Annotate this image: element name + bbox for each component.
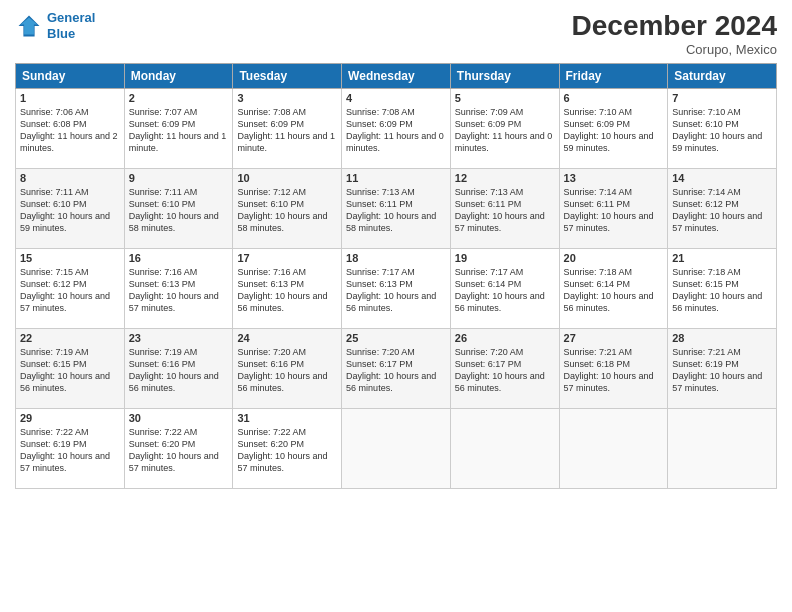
table-row: 27 Sunrise: 7:21 AM Sunset: 6:18 PM Dayl… <box>559 329 668 409</box>
logo-general: General <box>47 10 95 25</box>
day-number: 15 <box>20 252 120 264</box>
table-row: 7 Sunrise: 7:10 AM Sunset: 6:10 PM Dayli… <box>668 89 777 169</box>
logo: General Blue <box>15 10 95 41</box>
daylight-label: Daylight: 10 hours and 57 minutes. <box>564 371 654 393</box>
daylight-label: Daylight: 10 hours and 57 minutes. <box>237 451 327 473</box>
sunrise-label: Sunrise: 7:18 AM <box>672 267 741 277</box>
col-monday: Monday <box>124 64 233 89</box>
table-row: 1 Sunrise: 7:06 AM Sunset: 6:08 PM Dayli… <box>16 89 125 169</box>
table-row: 2 Sunrise: 7:07 AM Sunset: 6:09 PM Dayli… <box>124 89 233 169</box>
day-info: Sunrise: 7:10 AM Sunset: 6:10 PM Dayligh… <box>672 106 772 155</box>
sunrise-label: Sunrise: 7:18 AM <box>564 267 633 277</box>
table-row: 26 Sunrise: 7:20 AM Sunset: 6:17 PM Dayl… <box>450 329 559 409</box>
table-row: 20 Sunrise: 7:18 AM Sunset: 6:14 PM Dayl… <box>559 249 668 329</box>
table-row: 22 Sunrise: 7:19 AM Sunset: 6:15 PM Dayl… <box>16 329 125 409</box>
day-info: Sunrise: 7:14 AM Sunset: 6:11 PM Dayligh… <box>564 186 664 235</box>
sunrise-label: Sunrise: 7:20 AM <box>455 347 524 357</box>
day-info: Sunrise: 7:15 AM Sunset: 6:12 PM Dayligh… <box>20 266 120 315</box>
sunset-label: Sunset: 6:19 PM <box>672 359 739 369</box>
daylight-label: Daylight: 10 hours and 57 minutes. <box>672 211 762 233</box>
day-number: 1 <box>20 92 120 104</box>
day-number: 28 <box>672 332 772 344</box>
table-row <box>668 409 777 489</box>
daylight-label: Daylight: 11 hours and 2 minutes. <box>20 131 118 153</box>
day-info: Sunrise: 7:19 AM Sunset: 6:15 PM Dayligh… <box>20 346 120 395</box>
day-info: Sunrise: 7:20 AM Sunset: 6:17 PM Dayligh… <box>346 346 446 395</box>
table-row: 8 Sunrise: 7:11 AM Sunset: 6:10 PM Dayli… <box>16 169 125 249</box>
day-info: Sunrise: 7:13 AM Sunset: 6:11 PM Dayligh… <box>455 186 555 235</box>
day-info: Sunrise: 7:09 AM Sunset: 6:09 PM Dayligh… <box>455 106 555 155</box>
sunset-label: Sunset: 6:10 PM <box>129 199 196 209</box>
day-info: Sunrise: 7:17 AM Sunset: 6:13 PM Dayligh… <box>346 266 446 315</box>
sunrise-label: Sunrise: 7:16 AM <box>237 267 306 277</box>
col-sunday: Sunday <box>16 64 125 89</box>
sunrise-label: Sunrise: 7:19 AM <box>129 347 198 357</box>
sunset-label: Sunset: 6:19 PM <box>20 439 87 449</box>
sunrise-label: Sunrise: 7:11 AM <box>20 187 89 197</box>
calendar-week-row: 15 Sunrise: 7:15 AM Sunset: 6:12 PM Dayl… <box>16 249 777 329</box>
day-number: 17 <box>237 252 337 264</box>
sunrise-label: Sunrise: 7:21 AM <box>564 347 633 357</box>
logo-blue: Blue <box>47 26 75 41</box>
table-row: 13 Sunrise: 7:14 AM Sunset: 6:11 PM Dayl… <box>559 169 668 249</box>
title-block: December 2024 Corupo, Mexico <box>572 10 777 57</box>
day-number: 2 <box>129 92 229 104</box>
day-number: 29 <box>20 412 120 424</box>
day-number: 4 <box>346 92 446 104</box>
sunrise-label: Sunrise: 7:08 AM <box>346 107 415 117</box>
day-info: Sunrise: 7:13 AM Sunset: 6:11 PM Dayligh… <box>346 186 446 235</box>
col-friday: Friday <box>559 64 668 89</box>
sunset-label: Sunset: 6:12 PM <box>672 199 739 209</box>
day-number: 24 <box>237 332 337 344</box>
day-info: Sunrise: 7:20 AM Sunset: 6:17 PM Dayligh… <box>455 346 555 395</box>
table-row: 28 Sunrise: 7:21 AM Sunset: 6:19 PM Dayl… <box>668 329 777 409</box>
sunrise-label: Sunrise: 7:10 AM <box>564 107 633 117</box>
calendar-table: Sunday Monday Tuesday Wednesday Thursday… <box>15 63 777 489</box>
table-row: 5 Sunrise: 7:09 AM Sunset: 6:09 PM Dayli… <box>450 89 559 169</box>
sunset-label: Sunset: 6:11 PM <box>455 199 522 209</box>
location: Corupo, Mexico <box>572 42 777 57</box>
daylight-label: Daylight: 10 hours and 57 minutes. <box>20 291 110 313</box>
daylight-label: Daylight: 10 hours and 56 minutes. <box>346 291 436 313</box>
sunset-label: Sunset: 6:10 PM <box>672 119 739 129</box>
daylight-label: Daylight: 10 hours and 56 minutes. <box>20 371 110 393</box>
sunrise-label: Sunrise: 7:17 AM <box>455 267 524 277</box>
sunrise-label: Sunrise: 7:22 AM <box>20 427 89 437</box>
day-number: 22 <box>20 332 120 344</box>
sunset-label: Sunset: 6:09 PM <box>129 119 196 129</box>
sunset-label: Sunset: 6:11 PM <box>564 199 631 209</box>
daylight-label: Daylight: 10 hours and 58 minutes. <box>346 211 436 233</box>
table-row: 18 Sunrise: 7:17 AM Sunset: 6:13 PM Dayl… <box>342 249 451 329</box>
day-number: 30 <box>129 412 229 424</box>
daylight-label: Daylight: 11 hours and 1 minute. <box>237 131 335 153</box>
header: General Blue December 2024 Corupo, Mexic… <box>15 10 777 57</box>
day-number: 7 <box>672 92 772 104</box>
sunrise-label: Sunrise: 7:14 AM <box>564 187 633 197</box>
table-row <box>559 409 668 489</box>
sunrise-label: Sunrise: 7:20 AM <box>237 347 306 357</box>
col-tuesday: Tuesday <box>233 64 342 89</box>
daylight-label: Daylight: 11 hours and 1 minute. <box>129 131 227 153</box>
month-title: December 2024 <box>572 10 777 42</box>
day-info: Sunrise: 7:12 AM Sunset: 6:10 PM Dayligh… <box>237 186 337 235</box>
sunrise-label: Sunrise: 7:22 AM <box>129 427 198 437</box>
daylight-label: Daylight: 10 hours and 56 minutes. <box>129 371 219 393</box>
col-saturday: Saturday <box>668 64 777 89</box>
sunset-label: Sunset: 6:09 PM <box>237 119 304 129</box>
daylight-label: Daylight: 10 hours and 59 minutes. <box>564 131 654 153</box>
sunrise-label: Sunrise: 7:12 AM <box>237 187 306 197</box>
day-info: Sunrise: 7:16 AM Sunset: 6:13 PM Dayligh… <box>129 266 229 315</box>
table-row <box>450 409 559 489</box>
daylight-label: Daylight: 10 hours and 56 minutes. <box>455 291 545 313</box>
table-row: 3 Sunrise: 7:08 AM Sunset: 6:09 PM Dayli… <box>233 89 342 169</box>
sunrise-label: Sunrise: 7:13 AM <box>346 187 415 197</box>
day-number: 25 <box>346 332 446 344</box>
day-info: Sunrise: 7:11 AM Sunset: 6:10 PM Dayligh… <box>129 186 229 235</box>
day-info: Sunrise: 7:21 AM Sunset: 6:19 PM Dayligh… <box>672 346 772 395</box>
day-number: 26 <box>455 332 555 344</box>
daylight-label: Daylight: 10 hours and 58 minutes. <box>237 211 327 233</box>
day-number: 3 <box>237 92 337 104</box>
day-info: Sunrise: 7:21 AM Sunset: 6:18 PM Dayligh… <box>564 346 664 395</box>
daylight-label: Daylight: 11 hours and 0 minutes. <box>455 131 553 153</box>
day-number: 6 <box>564 92 664 104</box>
